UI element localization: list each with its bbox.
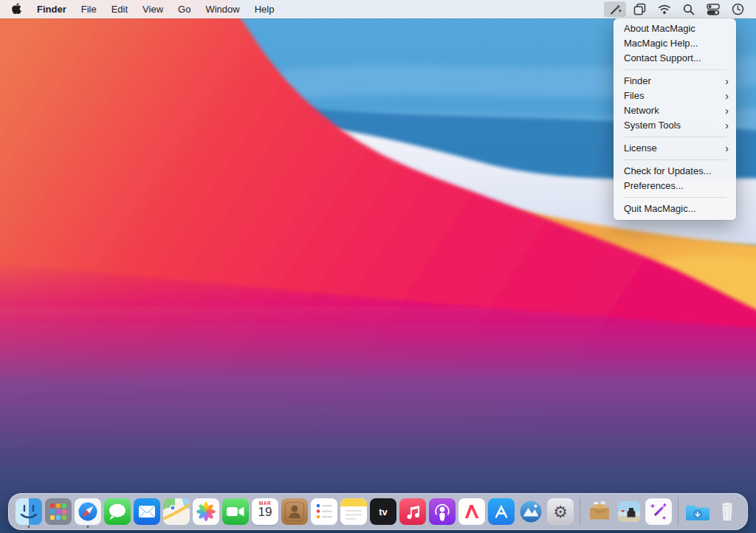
apple-logo-icon bbox=[12, 3, 22, 16]
menu-bar-left: Finder File Edit View Go Window Help bbox=[0, 0, 281, 18]
submenu-chevron-icon: › bbox=[725, 74, 729, 89]
submenu-chevron-icon: › bbox=[725, 141, 729, 156]
menu-item-label: Files bbox=[624, 89, 644, 103]
running-indicator bbox=[28, 526, 30, 528]
dock-icon-system-preferences[interactable]: ⚙ bbox=[547, 495, 574, 528]
calendar-badge: MAR 19 bbox=[252, 498, 278, 525]
dock-icon-maps[interactable] bbox=[163, 495, 190, 528]
menu-item-check-for-updates[interactable]: Check for Updates... bbox=[614, 164, 736, 179]
menu-separator bbox=[623, 197, 726, 198]
submenu-chevron-icon: › bbox=[725, 118, 729, 133]
menu-item-contact-support[interactable]: Contact Support... bbox=[614, 51, 736, 66]
dock-icon-macmagic[interactable] bbox=[645, 495, 672, 528]
menu-item-label: Contact Support... bbox=[624, 51, 701, 66]
wifi-icon[interactable] bbox=[653, 1, 676, 17]
macmagic-wand-icon[interactable] bbox=[604, 1, 626, 17]
dock-icon-mail[interactable] bbox=[134, 495, 160, 528]
menu-item-about-macmagic[interactable]: About MacMagic bbox=[614, 21, 736, 36]
dock-icon-messages[interactable] bbox=[104, 495, 131, 528]
clock-icon[interactable] bbox=[727, 1, 749, 17]
menu-item-label: System Tools bbox=[624, 118, 681, 133]
menu-separator bbox=[623, 159, 726, 160]
menu-item-network[interactable]: Network› bbox=[614, 103, 736, 118]
menu-item-system-tools[interactable]: System Tools› bbox=[614, 118, 736, 133]
macmagic-menu: About MacMagic MacMagic Help... Contact … bbox=[614, 18, 736, 220]
calendar-day: 19 bbox=[258, 506, 272, 520]
menu-separator bbox=[623, 69, 726, 70]
menu-item-label: Network bbox=[624, 103, 659, 118]
dock-icon-calendar[interactable]: MAR 19 bbox=[252, 495, 278, 528]
dock-icon-downloads-folder[interactable] bbox=[684, 495, 711, 528]
dock-icon-podcasts[interactable] bbox=[429, 495, 456, 528]
svg-text:⚙: ⚙ bbox=[553, 503, 568, 521]
submenu-chevron-icon: › bbox=[725, 103, 729, 118]
menu-edit[interactable]: Edit bbox=[104, 0, 135, 18]
menu-go[interactable]: Go bbox=[171, 0, 198, 18]
dock-icon-contacts[interactable] bbox=[281, 495, 308, 528]
menu-bar: Finder File Edit View Go Window Help bbox=[0, 0, 756, 18]
dock-icon-mountain-app[interactable] bbox=[518, 495, 544, 528]
dock-icon-facetime[interactable] bbox=[222, 495, 249, 528]
menu-item-label: About MacMagic bbox=[624, 21, 695, 36]
stacked-windows-icon[interactable] bbox=[629, 1, 650, 17]
menu-item-finder[interactable]: Finder› bbox=[614, 74, 736, 89]
menu-item-label: Finder bbox=[624, 74, 651, 89]
menu-item-preferences[interactable]: Preferences... bbox=[614, 179, 736, 193]
dock-icon-unarchiver[interactable] bbox=[586, 495, 613, 528]
tv-label: tv bbox=[379, 506, 388, 517]
dock-icon-photos[interactable] bbox=[193, 495, 219, 528]
dock-icon-app-store[interactable] bbox=[488, 495, 515, 528]
dock-icon-reminders[interactable] bbox=[311, 495, 337, 528]
dock-icon-launchpad[interactable] bbox=[45, 495, 72, 528]
menu-item-label: Quit MacMagic... bbox=[624, 202, 696, 216]
desktop: Finder File Edit View Go Window Help bbox=[0, 0, 756, 533]
menu-bar-status bbox=[604, 0, 756, 18]
spotlight-search-icon[interactable] bbox=[678, 1, 699, 17]
menu-separator bbox=[623, 137, 726, 137]
dock-icon-trash[interactable] bbox=[714, 495, 740, 528]
menu-item-label: License bbox=[624, 141, 657, 156]
dock-divider bbox=[580, 498, 580, 526]
menu-item-label: Preferences... bbox=[624, 179, 684, 193]
menu-file[interactable]: File bbox=[74, 0, 104, 18]
menu-item-license[interactable]: License› bbox=[614, 141, 736, 156]
menu-item-label: MacMagic Help... bbox=[624, 36, 698, 51]
dock-icon-finder[interactable] bbox=[16, 495, 42, 528]
dock: MAR 19 bbox=[8, 493, 748, 530]
dock-icon-tv[interactable]: tv bbox=[370, 495, 396, 528]
running-indicator bbox=[87, 526, 89, 528]
menu-window[interactable]: Window bbox=[198, 0, 247, 18]
menu-item-files[interactable]: Files› bbox=[614, 89, 736, 103]
dock-icon-safari[interactable] bbox=[75, 495, 101, 528]
menu-item-label: Check for Updates... bbox=[624, 164, 712, 179]
menu-help[interactable]: Help bbox=[247, 0, 282, 18]
dock-icon-notes[interactable] bbox=[340, 495, 367, 528]
apple-menu[interactable] bbox=[0, 0, 30, 18]
menu-item-quit-macmagic[interactable]: Quit MacMagic... bbox=[614, 202, 736, 216]
menu-app-name[interactable]: Finder bbox=[30, 4, 74, 15]
dock-icon-image-editor[interactable] bbox=[616, 495, 642, 528]
dock-icon-music[interactable] bbox=[399, 495, 426, 528]
control-center-icon[interactable] bbox=[702, 1, 724, 17]
submenu-chevron-icon: › bbox=[725, 89, 729, 103]
dock-divider bbox=[678, 498, 678, 526]
dock-icon-news[interactable] bbox=[458, 495, 485, 528]
menu-view[interactable]: View bbox=[135, 0, 171, 18]
menu-item-macmagic-help[interactable]: MacMagic Help... bbox=[614, 36, 736, 51]
